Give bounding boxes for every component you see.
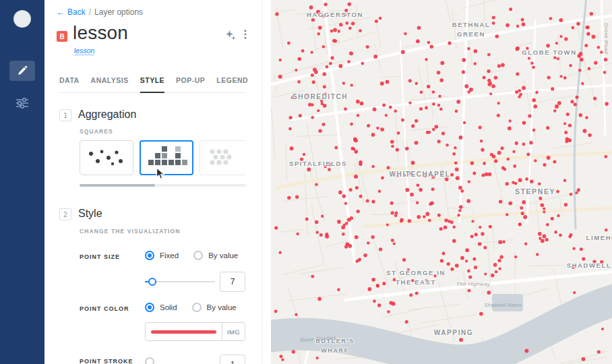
sliders-icon [16,98,29,109]
edit-tool-button[interactable] [9,61,35,81]
layer-options-panel: ←Back/Layer options B lesson lesson ⋮ DA… [44,0,271,364]
breadcrumb: ←Back/Layer options [57,7,143,17]
squares-pattern-icon [143,142,190,174]
layer-source-link[interactable]: lesson [74,47,94,55]
avatar[interactable] [13,10,31,28]
point-color-radios: Solid By value [145,303,246,312]
aggregation-scrollbar-thumb[interactable] [80,184,155,187]
hexbins-pattern-icon [203,142,246,174]
aggregation-options [80,140,246,178]
aggregation-option-squares[interactable] [140,140,193,175]
step-number-1: 1 [59,109,71,121]
tab-style[interactable]: STYLE [140,76,164,92]
back-link[interactable]: Back [67,7,86,17]
point-color-label: POINT COLOR [80,305,129,312]
color-swatch [151,330,216,334]
point-stroke-label: POINT STROKE [80,358,133,364]
point-size-input[interactable] [220,272,245,292]
tab-data[interactable]: DATA [59,76,80,92]
point-size-label: POINT SIZE [80,253,120,260]
tab-analysis[interactable]: ANALYSIS [91,76,129,92]
map-basemap [271,0,612,364]
map-canvas[interactable]: HAGGERSTONBETHNAL GREENGLOBE TOWNSHOREDI… [271,0,612,364]
img-button[interactable]: IMG [222,323,245,340]
aggregation-option-points[interactable] [80,140,133,175]
point-color-byvalue-label[interactable]: By value [207,303,237,311]
point-size-fixed-radio[interactable] [145,251,154,260]
point-size-fixed-label[interactable]: Fixed [160,251,179,260]
layer-badge: B [57,31,67,42]
step-number-2: 2 [59,208,71,220]
tab-legend[interactable]: LEGEND [216,76,248,92]
back-arrow-icon[interactable]: ← [57,7,65,17]
overflow-menu-icon[interactable]: ⋮ [240,29,251,40]
point-stroke-fixed-radio[interactable] [145,357,154,364]
panel-tabs: DATA ANALYSIS STYLE POP-UP LEGEND [59,76,246,93]
pencil-icon [17,65,28,76]
points-pattern-icon [83,142,130,174]
aggregation-title: Aggregation [78,109,136,121]
color-swatch-zone[interactable] [146,323,222,340]
style-subtitle: CHANGE THE VISUALIZATION [80,228,181,235]
point-size-byvalue-label[interactable]: By value [208,251,238,260]
point-stroke-input[interactable] [220,355,245,364]
layer-title: lesson [73,22,128,44]
aggregation-scrollbar[interactable] [80,184,246,187]
point-color-solid-radio[interactable] [145,303,154,312]
point-color-byvalue-radio[interactable] [192,303,202,312]
point-size-radios: Fixed By value [145,251,247,260]
point-stroke-radios [145,357,154,364]
point-color-solid-label[interactable]: Solid [160,303,177,311]
breadcrumb-current: Layer options [94,7,143,17]
style-title: Style [78,208,102,220]
aggregation-option-hexbins[interactable] [200,140,246,175]
point-color-picker[interactable]: IMG [145,322,245,341]
sparkles-icon[interactable] [225,30,236,43]
filters-tool-button[interactable] [9,93,35,113]
point-size-byvalue-radio[interactable] [193,251,203,260]
panel-divider [262,0,262,364]
point-size-slider[interactable] [145,281,215,282]
breadcrumb-separator: / [89,7,91,17]
aggregation-value-label: SQUARES [80,128,113,135]
slider-knob[interactable] [148,278,156,286]
app-sidebar [0,0,44,364]
tab-popup[interactable]: POP-UP [176,76,205,92]
